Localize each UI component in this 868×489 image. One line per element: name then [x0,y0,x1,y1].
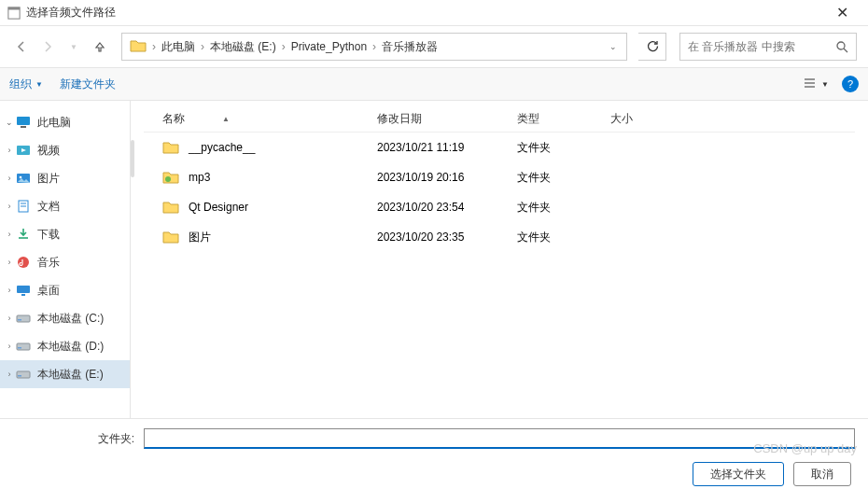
chevron-icon[interactable]: › [4,286,15,295]
column-type[interactable]: 类型 [517,111,610,127]
sidebar-item-label: 音乐 [37,255,60,271]
svg-rect-24 [17,371,30,378]
address-dropdown[interactable]: ⌄ [604,42,623,51]
folder-icon [162,200,179,215]
chevron-right-icon: › [280,40,287,53]
folder-icon [162,230,179,244]
svg-line-3 [844,49,847,52]
sidebar-item-label: 图片 [37,171,60,187]
folder-icon [130,38,147,55]
window-title: 选择音频文件路径 [26,5,823,21]
breadcrumb-item[interactable]: 音乐播放器 [378,40,441,53]
file-list: 名称▲ 修改日期 类型 大小 __pycache__2023/10/21 11:… [131,101,868,418]
recent-dropdown[interactable]: ▼ [63,36,84,57]
sidebar-item[interactable]: ›图片 [0,164,130,192]
sidebar-item-label: 本地磁盘 (C:) [37,311,104,327]
breadcrumb-item[interactable]: 此电脑 [158,40,199,53]
svg-rect-25 [18,375,21,377]
file-name: Qt Designer [189,201,377,214]
sidebar-item-label: 本地磁盘 (E:) [37,367,104,383]
drive-icon [15,311,32,326]
sidebar-item-label: 桌面 [37,283,60,299]
folder-icon [162,140,179,155]
sidebar-item-label: 视频 [37,143,60,159]
file-type: 文件夹 [517,170,610,186]
file-type: 文件夹 [517,200,610,216]
chevron-icon[interactable]: › [4,174,15,183]
file-row[interactable]: __pycache__2023/10/21 11:19文件夹 [144,133,855,162]
refresh-button[interactable] [638,33,666,61]
file-date: 2023/10/19 20:16 [377,171,517,184]
svg-rect-23 [18,347,21,349]
sidebar-item-label: 本地磁盘 (D:) [37,339,104,355]
breadcrumb-item[interactable]: 本地磁盘 (E:) [206,40,280,53]
chevron-icon[interactable]: › [4,370,15,379]
close-button[interactable]: ✕ [823,4,861,21]
chevron-icon[interactable]: › [4,230,15,239]
sidebar-item-label: 下载 [37,227,60,243]
forward-button[interactable] [37,36,58,57]
pc-icon [15,115,32,130]
folder-icon [162,170,179,185]
svg-rect-18 [17,286,30,293]
address-bar[interactable]: › 此电脑›本地磁盘 (E:)›Private_Python›音乐播放器 ⌄ [121,33,627,61]
sort-indicator-icon: ▲ [222,115,230,123]
cancel-button[interactable]: 取消 [793,462,851,486]
svg-rect-22 [17,343,30,350]
file-date: 2023/10/20 23:54 [377,201,517,214]
sidebar-item[interactable]: ›下载 [0,220,130,248]
sidebar-item[interactable]: ›本地磁盘 (E:) [0,360,130,388]
file-row[interactable]: mp32023/10/19 20:16文件夹 [144,162,855,192]
sidebar-item[interactable]: ›桌面 [0,276,130,304]
breadcrumb-item[interactable]: Private_Python [287,40,371,53]
chevron-right-icon: › [199,40,206,53]
sidebar-item[interactable]: ›文档 [0,192,130,220]
list-header[interactable]: 名称▲ 修改日期 类型 大小 [144,106,855,133]
chevron-icon[interactable]: › [4,258,15,267]
select-folder-button[interactable]: 选择文件夹 [693,462,784,486]
up-button[interactable] [90,36,110,57]
svg-rect-21 [18,319,21,321]
chevron-icon[interactable]: › [4,342,15,351]
back-button[interactable] [11,36,32,57]
music-icon [15,255,32,270]
svg-point-2 [837,42,845,49]
search-input[interactable] [688,40,836,53]
chevron-icon[interactable]: ⌄ [4,118,15,127]
svg-rect-7 [17,117,30,125]
svg-point-17 [18,257,29,268]
search-icon[interactable] [836,41,848,53]
sidebar-item[interactable]: ›视频 [0,136,130,164]
file-name: mp3 [189,171,377,184]
sidebar-item-label: 文档 [37,199,60,215]
downloads-icon [15,227,32,242]
column-name[interactable]: 名称 [162,111,185,127]
folder-field-label: 文件夹: [13,431,144,447]
sidebar-item[interactable]: ›本地磁盘 (C:) [0,304,130,332]
svg-rect-19 [21,294,25,296]
file-type: 文件夹 [517,230,610,245]
view-menu[interactable]: ▼ [804,77,829,91]
sidebar-item[interactable]: ›音乐 [0,248,130,276]
app-icon [7,7,21,20]
pictures-icon [15,171,32,186]
file-row[interactable]: Qt Designer2023/10/20 23:54文件夹 [144,192,855,222]
search-box[interactable] [679,33,857,61]
chevron-icon[interactable]: › [4,146,15,155]
file-row[interactable]: 图片2023/10/20 23:35文件夹 [144,222,855,252]
column-date[interactable]: 修改日期 [377,111,517,127]
folder-name-input[interactable] [144,428,855,449]
chevron-icon[interactable]: › [4,314,15,323]
svg-point-12 [20,176,22,179]
sidebar-item[interactable]: ⌄此电脑 [0,108,130,136]
chevron-icon[interactable]: › [4,202,15,211]
svg-rect-20 [17,315,30,322]
sidebar-item[interactable]: ›本地磁盘 (D:) [0,332,130,360]
column-size[interactable]: 大小 [610,111,685,127]
svg-rect-8 [21,126,26,128]
help-button[interactable]: ? [842,76,859,92]
chevron-right-icon: › [371,40,378,53]
organize-menu[interactable]: 组织▼ [9,77,43,92]
svg-rect-1 [8,7,20,9]
new-folder-button[interactable]: 新建文件夹 [60,77,116,92]
